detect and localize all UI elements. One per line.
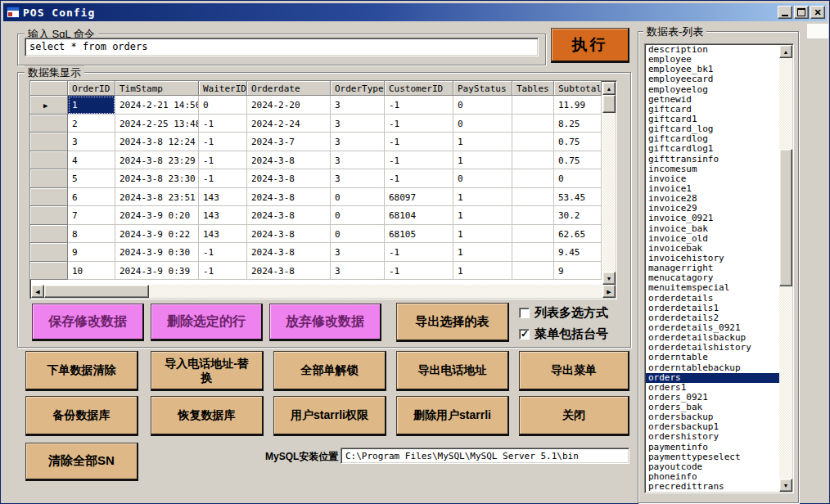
table-list-item[interactable]: orderntable	[646, 353, 779, 362]
user-starrli-permission-button[interactable]: 用户starrli权限	[273, 396, 386, 436]
table-list-item[interactable]: invoice_old	[646, 234, 779, 244]
grid-cell[interactable]: 2024-3-8 23:29	[115, 151, 199, 170]
grid-corner-cell[interactable]	[30, 81, 68, 96]
grid-cell[interactable]: 2024-3-9 0:22	[115, 225, 199, 244]
table-list-item[interactable]: menuitemspecial	[646, 283, 779, 293]
grid-cell[interactable]	[512, 262, 554, 281]
table-list-item[interactable]: paymenttypeselect	[646, 452, 779, 462]
grid-cell[interactable]: -1	[385, 243, 453, 262]
grid-cell[interactable]: 2024-2-25 13:48	[115, 115, 199, 133]
grid-cell[interactable]: 2024-3-9 0:20	[115, 206, 199, 225]
grid-column-header[interactable]: Tables	[512, 81, 554, 96]
grid-cell[interactable]: -1	[199, 133, 247, 151]
grid-cell[interactable]: 2	[68, 115, 115, 133]
export-phone-address-button[interactable]: 导出电话地址	[396, 351, 509, 391]
grid-cell[interactable]: 3	[331, 151, 385, 170]
grid-cell[interactable]: -1	[385, 133, 453, 151]
table-list-item[interactable]: invoicehistory	[646, 254, 779, 263]
export-menu-button[interactable]: 导出菜单	[519, 351, 629, 391]
title-bar[interactable]: POS Config ✕	[3, 3, 827, 21]
grid-cell[interactable]: 3	[331, 243, 385, 262]
grid-cell[interactable]: 1	[453, 206, 512, 225]
grid-cell[interactable]: -1	[385, 96, 453, 115]
table-list-item[interactable]: invoice	[646, 174, 779, 184]
execute-button[interactable]: 执行	[551, 28, 629, 63]
grid-cell[interactable]: 62.65	[554, 225, 602, 244]
grid-cell[interactable]: 3	[331, 96, 385, 115]
grid-cell[interactable]: 9	[68, 243, 115, 262]
grid-cell[interactable]	[512, 243, 554, 262]
grid-cell[interactable]: 143	[199, 225, 247, 244]
grid-cell[interactable]: -1	[385, 262, 453, 281]
table-list-item[interactable]: employeelog	[646, 85, 779, 95]
grid-cell[interactable]: 0.75	[554, 151, 602, 170]
grid-cell[interactable]: 0	[331, 225, 385, 244]
grid-cell[interactable]: 2024-3-8	[247, 262, 331, 281]
table-list-item[interactable]: orders1	[646, 383, 779, 393]
grid-cell[interactable]: 2024-3-8 12:24	[115, 133, 199, 151]
grid-cell[interactable]: 1	[68, 96, 115, 115]
grid-scroll-up-icon[interactable]: ▲	[602, 82, 616, 95]
grid-cell[interactable]: 9.45	[554, 243, 602, 262]
grid-cell[interactable]: 3	[68, 133, 115, 151]
grid-cell[interactable]: 3	[331, 115, 385, 133]
grid-cell[interactable]: -1	[385, 115, 453, 133]
list-vscroll-thumb[interactable]	[779, 149, 792, 286]
grid-cell[interactable]: 143	[199, 206, 247, 225]
grid-cell[interactable]: -1	[199, 115, 247, 133]
grid-cell[interactable]: 0	[453, 96, 512, 115]
delete-selected-rows-button[interactable]: 删除选定的行	[151, 304, 263, 341]
grid-cell[interactable]: 2024-3-8	[247, 169, 331, 188]
close-button[interactable]: 关闭	[519, 396, 629, 436]
delete-user-starrli-button[interactable]: 删除用户starrli	[396, 396, 509, 436]
grid-cell[interactable]: 1	[453, 262, 512, 281]
restore-database-button[interactable]: 恢复数据库	[151, 396, 264, 436]
grid-cell[interactable]: 1	[453, 133, 512, 151]
row-selector[interactable]	[30, 262, 68, 281]
grid-cell[interactable]	[512, 151, 554, 170]
list-scroll-down-icon[interactable]: ▼	[779, 479, 792, 492]
grid-cell[interactable]: 2024-2-21 14:50	[115, 96, 199, 115]
row-selector[interactable]: ▶	[30, 96, 68, 115]
grid-cell[interactable]: 3	[331, 169, 385, 188]
grid-cell[interactable]: 2024-3-9 0:39	[115, 262, 199, 281]
table-list-item[interactable]: orderdetails_0921	[646, 323, 779, 333]
grid-cell[interactable]	[512, 225, 554, 244]
grid-cell[interactable]: 0.75	[554, 133, 602, 151]
clear-order-data-button[interactable]: 下单数据清除	[25, 351, 138, 391]
table-list-item[interactable]: giftcardlog1	[646, 144, 779, 154]
grid-cell[interactable]: -1	[385, 169, 453, 188]
grid-cell[interactable]: 0	[554, 169, 602, 188]
row-selector[interactable]	[30, 243, 68, 262]
unlock-all-orders-button[interactable]: 全部单解锁	[273, 351, 386, 391]
grid-scroll-left-icon[interactable]: ◀	[31, 285, 44, 298]
list-vertical-scrollbar[interactable]: ▲ ▼	[779, 45, 792, 492]
grid-column-header[interactable]: Subtotal	[554, 81, 602, 96]
table-list-item[interactable]: ordersbackup	[646, 412, 779, 422]
row-selector[interactable]	[30, 133, 68, 151]
table-list-item[interactable]: payoutcode	[646, 462, 779, 472]
import-phone-address-button[interactable]: 导入电话地址-替换	[151, 351, 264, 391]
table-list-item[interactable]: orders	[646, 373, 779, 383]
table-list-item[interactable]: invoice1	[646, 184, 779, 194]
table-list-item[interactable]: phoneinfo	[646, 472, 779, 482]
table-list-item[interactable]: managerright	[646, 263, 779, 273]
checkbox-icon[interactable]	[519, 329, 530, 340]
save-changes-button[interactable]: 保存修改数据	[32, 304, 144, 341]
grid-column-header[interactable]: WaiterID	[199, 81, 247, 96]
table-list-item[interactable]: invoice28	[646, 194, 779, 204]
grid-cell[interactable]: -1	[199, 169, 247, 188]
grid-cell[interactable]: 3	[331, 133, 385, 151]
grid-cell[interactable]: 1	[453, 243, 512, 262]
grid-cell[interactable]: 2024-3-8	[247, 243, 331, 262]
grid-column-header[interactable]: OrderID	[68, 81, 115, 96]
table-list-item[interactable]: ordersbackup1	[646, 422, 779, 432]
grid-cell[interactable]: 7	[68, 206, 115, 225]
grid-column-header[interactable]: Orderdate	[247, 81, 331, 96]
table-list-item[interactable]: getnewid	[646, 95, 779, 105]
grid-cell[interactable]: 11.99	[554, 96, 602, 115]
grid-cell[interactable]: 53.45	[554, 188, 602, 207]
grid-cell[interactable]: 143	[199, 188, 247, 207]
grid-cell[interactable]	[512, 115, 554, 133]
grid-cell[interactable]: 2024-3-8	[247, 206, 331, 225]
